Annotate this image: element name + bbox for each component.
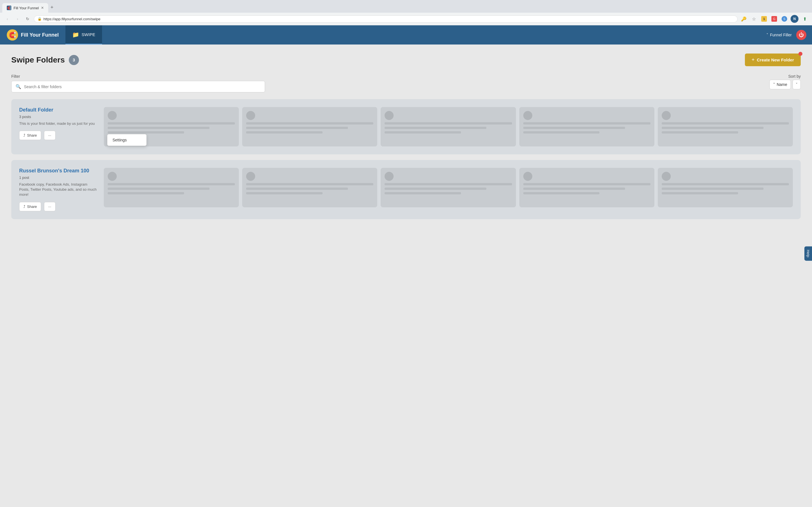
page-header: Swipe Folders 3 + Create New Folder	[11, 54, 801, 66]
preview-line-r3	[108, 192, 184, 194]
sort-label: Sort by	[788, 74, 801, 78]
browser-toolbar: ‹ › ↻ 🔒 https://app.fillyourfunnel.com/s…	[0, 13, 812, 25]
tab-title: Fill Your Funnel	[13, 6, 39, 10]
preview-avatar-r2	[246, 172, 255, 181]
preview-line-1	[108, 122, 235, 124]
preview-card-3	[380, 107, 516, 147]
folder-name-russel[interactable]: Russel Brunson's Dream 100	[19, 168, 98, 174]
preview-line-14	[662, 127, 763, 129]
preview-avatar-r3	[385, 172, 394, 181]
main-content: Swipe Folders 3 + Create New Folder Filt…	[0, 45, 812, 507]
preview-avatar-4	[523, 111, 532, 120]
filter-sort-row: Filter 🔍 Sort by ˅ Name ˅	[11, 74, 801, 93]
more-icon-russel: ···	[48, 205, 51, 209]
tab-close-btn[interactable]: ×	[41, 5, 44, 10]
folder-desc-russel: Facebook copy, Facebook Ads, Instagram P…	[19, 182, 98, 198]
funnel-filler-btn[interactable]: ˅ Funnel Filler	[766, 33, 792, 37]
preview-avatar-r1	[108, 172, 117, 181]
folder-card-default: Default Folder 3 posts This is your firs…	[11, 99, 801, 154]
swipe-nav-icon: 📁	[72, 31, 79, 38]
preview-line-13	[662, 122, 789, 124]
preview-line-10	[523, 122, 651, 124]
preview-line-r1	[108, 183, 235, 185]
preview-line-r14	[662, 187, 763, 190]
search-input[interactable]	[24, 84, 261, 89]
header-right: ˅ Funnel Filler ⏻	[766, 30, 812, 40]
browser-chrome: 🧲 Fill Your Funnel × + ‹ › ↻ 🔒 https://a…	[0, 0, 812, 25]
sort-direction-icon: ˅	[796, 82, 798, 87]
preview-line-4	[246, 122, 373, 124]
create-folder-button[interactable]: + Create New Folder	[745, 54, 801, 66]
preview-avatar-5	[662, 111, 671, 120]
notification-dot	[799, 52, 802, 56]
filter-label: Filter	[11, 74, 769, 78]
app-header: 🧲 Fill Your Funnel 📁 SWIPE ˅ Funnel Fill…	[0, 25, 812, 45]
preview-line-2	[108, 127, 209, 129]
folder-info-russel: Russel Brunson's Dream 100 1 post Facebo…	[19, 168, 98, 211]
sort-chevron-icon: ˅	[773, 82, 775, 87]
chevron-down-icon: ˅	[766, 33, 768, 37]
bookmark-icon[interactable]: ☆	[750, 15, 758, 23]
folder-posts-russel: 1 post	[19, 175, 98, 180]
preview-line-r12	[523, 192, 600, 194]
preview-card-r3	[380, 168, 516, 207]
help-label: Help	[806, 250, 810, 258]
preview-line-6	[246, 131, 322, 133]
preview-line-11	[523, 127, 625, 129]
folder-name-default[interactable]: Default Folder	[19, 107, 98, 113]
help-tab[interactable]: Help	[804, 246, 812, 261]
preview-card-2	[242, 107, 377, 147]
address-bar[interactable]: 🔒 https://app.fillyourfunnel.com/swipe	[34, 15, 738, 22]
preview-line-r13	[662, 183, 789, 185]
more-button-default[interactable]: ···	[44, 131, 56, 140]
power-btn[interactable]: ⏻	[796, 30, 806, 40]
share-label-default: Share	[27, 133, 37, 137]
sort-controls: ˅ Name ˅	[769, 80, 801, 89]
context-menu-settings[interactable]: Settings	[107, 134, 146, 146]
new-tab-btn[interactable]: +	[48, 2, 56, 13]
folder-desc-default: This is your first folder, made by us ju…	[19, 121, 98, 126]
search-bar[interactable]: 🔍	[11, 81, 265, 93]
app-logo-text: Fill Your Funnel	[21, 32, 59, 38]
share-icon-russel: ⤴	[23, 205, 26, 209]
back-btn[interactable]: ‹	[3, 15, 11, 23]
preview-line-r5	[246, 187, 348, 190]
folder-previews-russel	[104, 168, 793, 207]
folder-posts-default: 3 posts	[19, 115, 98, 119]
extension-icon-1[interactable]: 1	[760, 15, 768, 23]
key-icon[interactable]: 🔑	[740, 15, 748, 23]
create-folder-label: Create New Folder	[757, 57, 794, 62]
extension-icon-3[interactable]: S	[780, 15, 788, 23]
reload-btn[interactable]: ↻	[24, 15, 32, 23]
power-icon: ⏻	[799, 32, 804, 38]
app-logo-icon: 🧲	[7, 29, 18, 41]
nav-swipe-label: SWIPE	[82, 32, 95, 37]
url-text: https://app.fillyourfunnel.com/swipe	[43, 17, 100, 21]
more-button-russel[interactable]: ···	[44, 202, 56, 211]
preview-line-12	[523, 131, 600, 133]
app-logo[interactable]: 🧲 Fill Your Funnel	[0, 25, 65, 45]
preview-line-r10	[523, 183, 651, 185]
user-avatar[interactable]: N	[791, 15, 799, 23]
preview-line-15	[662, 131, 738, 133]
share-icon-default: ⤴	[23, 133, 26, 137]
browser-tabs: 🧲 Fill Your Funnel × +	[0, 0, 812, 13]
update-icon[interactable]: ⬆	[801, 15, 809, 23]
preview-card-r4	[519, 168, 654, 207]
lock-icon: 🔒	[38, 17, 42, 21]
sort-direction-button[interactable]: ˅	[793, 80, 801, 89]
folder-actions-russel: ⤴ Share ···	[19, 202, 98, 211]
preview-card-r1	[104, 168, 239, 207]
extension-icon-2[interactable]: G	[770, 15, 778, 23]
preview-line-r15	[662, 192, 738, 194]
preview-line-r2	[108, 187, 209, 190]
nav-swipe[interactable]: 📁 SWIPE	[65, 25, 102, 45]
tab-favicon: 🧲	[7, 6, 11, 10]
sort-dropdown[interactable]: ˅ Name	[769, 80, 791, 89]
forward-btn[interactable]: ›	[13, 15, 21, 23]
page-title: Swipe Folders	[11, 55, 65, 64]
browser-tab-active[interactable]: 🧲 Fill Your Funnel ×	[2, 3, 48, 13]
share-button-russel[interactable]: ⤴ Share	[19, 202, 41, 211]
share-button-default[interactable]: ⤴ Share	[19, 131, 41, 140]
preview-avatar-3	[385, 111, 394, 120]
